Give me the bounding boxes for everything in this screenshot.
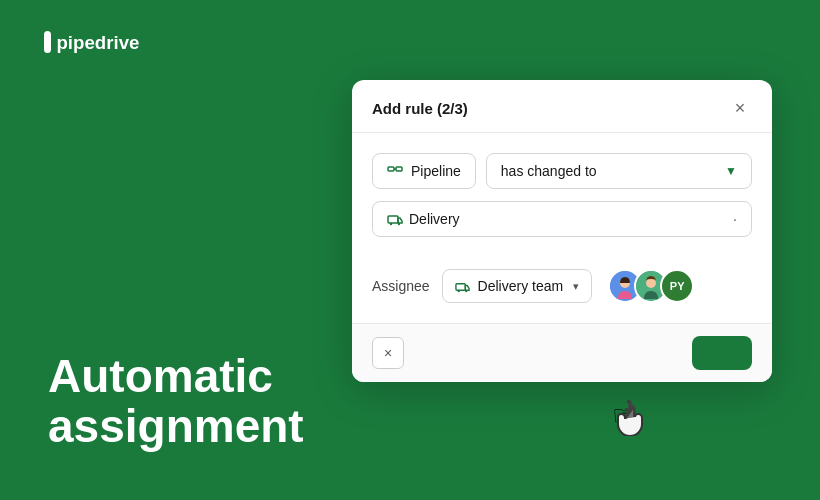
footer-actions [692,336,752,370]
pipeline-field[interactable]: Pipeline [372,153,476,189]
svg-rect-5 [388,216,398,223]
logo: pipedrive [44,28,153,56]
svg-point-14 [646,278,656,288]
svg-point-6 [390,223,392,225]
modal-body: Pipeline has changed to ▼ Delivery [352,133,772,257]
delivery-label: Delivery [409,211,460,227]
rule-row-1: Pipeline has changed to ▼ [372,153,752,189]
svg-point-7 [398,223,400,225]
condition-label: has changed to [501,163,597,179]
chevron-down-icon: ▼ [725,164,737,178]
team-label: Delivery team [478,278,564,294]
delivery-icon [387,211,403,227]
svg-point-9 [457,290,459,292]
cancel-icon: × [384,345,392,361]
assignee-label: Assignee [372,278,430,294]
team-chevron-icon: ▾ [573,280,579,293]
next-button[interactable] [692,336,752,370]
avatar-initials-text: PY [670,280,685,292]
headline-line2: assignment [48,401,304,452]
svg-rect-2 [388,167,394,171]
headline: Automatic assignment [48,351,304,452]
cancel-button[interactable]: × [372,337,404,369]
delivery-field[interactable]: Delivery · [372,201,752,237]
svg-rect-8 [456,283,465,290]
svg-point-10 [465,290,467,292]
assignee-team-selector[interactable]: Delivery team ▾ [442,269,593,303]
pipeline-label: Pipeline [411,163,461,179]
avatar-group: PY [608,269,694,303]
modal-header: Add rule (2/3) × [352,80,772,133]
assignee-section: Assignee Delivery team ▾ [352,257,772,323]
modal-dialog: Add rule (2/3) × Pipeline has changed to… [352,80,772,382]
condition-field[interactable]: has changed to ▼ [486,153,752,189]
svg-rect-3 [396,167,402,171]
headline-line1: Automatic [48,351,304,402]
chevron-right-icon: · [733,211,737,227]
svg-text:pipedrive: pipedrive [56,32,139,53]
rule-row-2: Delivery · [372,201,752,237]
svg-rect-0 [44,31,51,53]
avatar-3: PY [660,269,694,303]
pipeline-icon [387,163,403,179]
modal-title: Add rule (2/3) [372,100,468,117]
modal-close-button[interactable]: × [728,96,752,120]
modal-footer: × [352,323,772,382]
team-icon [455,279,470,294]
